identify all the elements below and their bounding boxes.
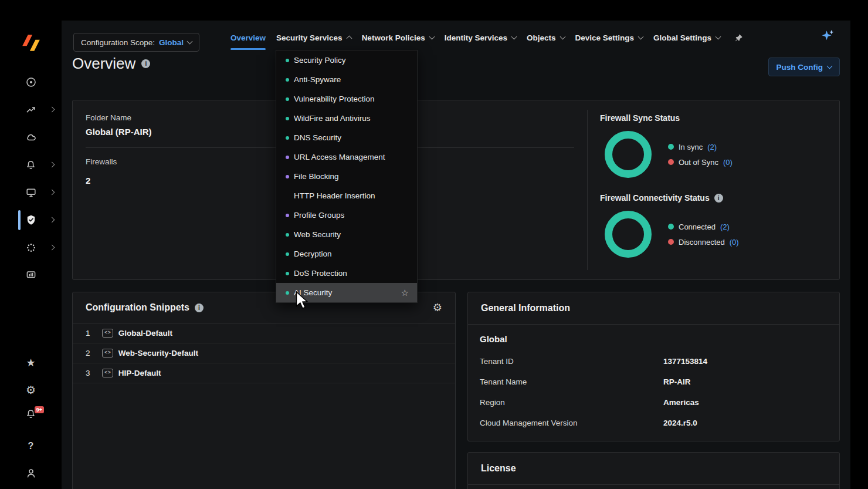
- bullet-icon: [286, 233, 289, 237]
- chevron-down-icon: [827, 63, 833, 69]
- general-info-section-title: Global: [480, 334, 828, 344]
- folder-summary-card: Folder Name Global (RP-AIR) Firewalls 2 …: [72, 100, 840, 280]
- menu-item-dos-protection[interactable]: DoS Protection: [276, 264, 417, 283]
- menu-item-profile-groups[interactable]: Profile Groups: [276, 205, 417, 225]
- license-card-header: License: [468, 453, 839, 485]
- nav-label: Network Policies: [362, 33, 425, 42]
- dashboard-icon: [25, 76, 37, 88]
- info-icon[interactable]: [141, 59, 150, 68]
- bullet-icon: [286, 78, 289, 82]
- pin-icon: [734, 33, 743, 42]
- legend-dot-red: [668, 239, 674, 245]
- configuration-scope-value: Global: [159, 38, 184, 47]
- code-icon: [102, 349, 113, 358]
- sidebar-item-activity[interactable]: [0, 99, 62, 121]
- info-row: Tenant ID 1377153814: [480, 351, 828, 372]
- sparkle-icon: [819, 28, 835, 44]
- info-row: Cloud Management Version 2024.r5.0: [480, 413, 828, 433]
- chevron-right-icon: [49, 190, 55, 195]
- menu-item-security-policy[interactable]: Security Policy: [276, 50, 417, 70]
- bullet-icon: [286, 175, 289, 178]
- chevron-right-icon: [49, 245, 55, 251]
- favorite-star-icon[interactable]: [401, 288, 409, 297]
- palo-alto-logo[interactable]: [0, 32, 62, 54]
- info-label: Tenant Name: [480, 377, 663, 386]
- security-services-menu: Security Policy Anti-Spyware Vulnerabili…: [276, 50, 418, 303]
- sidebar-item-alerts[interactable]: [0, 154, 62, 176]
- nav-identity-services[interactable]: Identity Services: [445, 25, 516, 50]
- sidebar-item-favorites[interactable]: ★: [0, 352, 62, 374]
- nav-security-services[interactable]: Security Services: [276, 25, 351, 50]
- configuration-scope-selector[interactable]: Configuration Scope: Global: [73, 33, 199, 52]
- sidebar-item-profile[interactable]: [0, 462, 62, 484]
- chevron-up-icon: [346, 35, 352, 41]
- favorites-star-icon: ★: [26, 358, 35, 368]
- code-icon: [102, 329, 113, 338]
- snippet-row[interactable]: 2 Web-Security-Default: [73, 343, 455, 363]
- bullet-icon: [286, 252, 289, 256]
- sidebar-item-reports[interactable]: [0, 264, 62, 286]
- snippet-index: 3: [86, 369, 102, 377]
- info-value: RP-AIR: [663, 377, 691, 386]
- chevron-right-icon: [49, 107, 55, 113]
- snippet-index: 1: [86, 329, 102, 338]
- sidebar-item-help[interactable]: ?: [0, 435, 62, 457]
- sidebar-item-workflows[interactable]: [0, 181, 62, 204]
- activity-icon: [25, 104, 37, 116]
- info-value: 1377153814: [663, 357, 707, 366]
- menu-item-dns-security[interactable]: DNS Security: [276, 128, 417, 147]
- info-value: Americas: [663, 398, 699, 407]
- snippets-settings-gear-icon[interactable]: [433, 302, 442, 313]
- nav-objects[interactable]: Objects: [527, 25, 565, 50]
- snippet-row[interactable]: 1 Global-Default: [73, 323, 455, 343]
- sidebar-item-cloud[interactable]: [0, 126, 62, 149]
- snippet-name: Global-Default: [118, 329, 172, 338]
- bullet-icon: [286, 97, 289, 101]
- ai-assistant-button[interactable]: [816, 25, 838, 46]
- page-title: Overview: [72, 55, 135, 73]
- legend-item: Disconnected (0): [668, 238, 739, 247]
- menu-item-wildfire-and-antivirus[interactable]: WildFire and Antivirus: [276, 109, 417, 128]
- sync-status-title: Firewall Sync Status: [600, 113, 828, 123]
- general-information-card: General Information Global Tenant ID 137…: [467, 292, 840, 441]
- sync-status-chart-row: In sync (2) Out of Sync (0): [605, 131, 828, 178]
- info-icon[interactable]: [195, 303, 204, 312]
- license-card: License: [467, 452, 840, 489]
- sidebar-item-dashboard[interactable]: [0, 71, 62, 93]
- nav-network-policies[interactable]: Network Policies: [362, 25, 434, 50]
- legend-dot-teal: [668, 144, 674, 150]
- snippet-row[interactable]: 3 HIP-Default: [73, 363, 455, 383]
- nav-device-settings[interactable]: Device Settings: [575, 25, 643, 50]
- nav-label: Global Settings: [653, 33, 711, 42]
- alerts-icon: [25, 160, 36, 171]
- menu-item-decryption[interactable]: Decryption: [276, 244, 417, 264]
- pin-nav-button[interactable]: [734, 33, 743, 42]
- snippet-name: HIP-Default: [118, 369, 161, 377]
- operations-icon: [25, 242, 37, 254]
- push-config-button[interactable]: Push Config: [768, 58, 840, 76]
- menu-item-ai-security[interactable]: AI Security: [276, 283, 417, 302]
- general-info-body: Global Tenant ID 1377153814 Tenant Name …: [468, 325, 839, 433]
- menu-item-web-security[interactable]: Web Security: [276, 225, 417, 244]
- legend-item: In sync (2): [668, 143, 733, 151]
- info-icon[interactable]: [714, 194, 723, 203]
- sidebar-item-notifications[interactable]: 9+: [0, 403, 62, 425]
- chevron-down-icon: [511, 33, 517, 39]
- nav-overview[interactable]: Overview: [230, 25, 266, 50]
- menu-item-http-header-insertion[interactable]: HTTP Header Insertion: [276, 186, 417, 205]
- license-card-title: License: [481, 463, 516, 474]
- menu-item-url-access-management[interactable]: URL Access Management: [276, 147, 417, 167]
- nav-global-settings[interactable]: Global Settings: [653, 25, 720, 50]
- nav-label: Identity Services: [445, 33, 507, 42]
- notification-count-badge: 9+: [35, 406, 44, 414]
- bullet-icon: [286, 59, 289, 62]
- menu-item-vulnerability-protection[interactable]: Vulnerability Protection: [276, 89, 417, 109]
- menu-item-file-blocking[interactable]: File Blocking: [276, 167, 417, 186]
- sidebar-item-operations[interactable]: [0, 237, 62, 259]
- menu-item-anti-spyware[interactable]: Anti-Spyware: [276, 70, 417, 89]
- chevron-down-icon: [560, 33, 565, 39]
- palo-alto-logo-icon: [21, 32, 42, 53]
- sidebar-item-security[interactable]: [0, 209, 62, 231]
- sidebar-item-settings[interactable]: ⚙: [0, 379, 62, 401]
- bullet-icon: [286, 136, 289, 140]
